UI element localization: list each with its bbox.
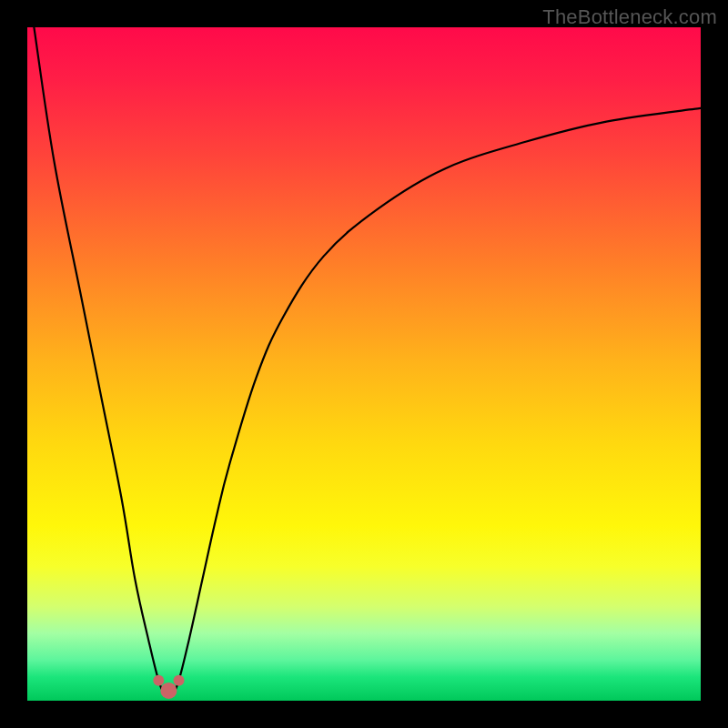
bottleneck-curve: [34, 27, 701, 696]
marker-min-right: [174, 675, 185, 686]
bottleneck-curve-layer: [27, 27, 701, 701]
marker-min-bottom: [160, 682, 177, 699]
chart-frame: TheBottleneck.com: [0, 0, 728, 728]
watermark-text: TheBottleneck.com: [542, 5, 717, 29]
curve-markers: [153, 675, 184, 699]
marker-min-left: [153, 675, 164, 686]
plot-area: [27, 27, 701, 701]
